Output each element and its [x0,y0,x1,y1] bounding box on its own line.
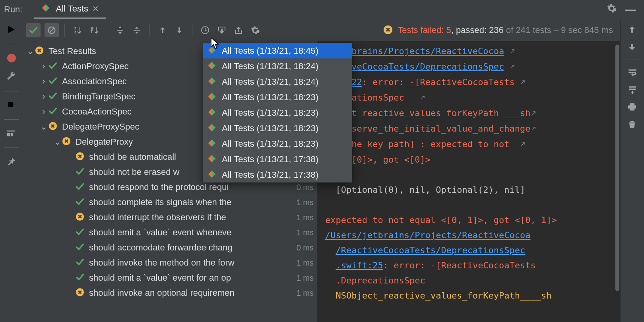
console-text: r_the_key_path] : expected to not [336,139,510,149]
pin-icon[interactable] [6,157,17,167]
tree-row[interactable]: should accomodate forwardee chang0 ms [23,240,317,255]
history-item[interactable]: All Tests (1/13/21, 18:23) [203,105,352,120]
tree-duration: 1 ms [297,213,317,222]
pass-icon [76,273,86,283]
tree-duration: 1 ms [297,274,317,283]
history-item[interactable]: All Tests (1/13/21, 18:23) [203,120,352,136]
status-suffix: of 241 tests – 9 sec 845 ms [504,25,613,35]
console-text: [Optional(0), nil, Optional(2), nil] [336,185,526,195]
tree-label: should invoke an optional requiremen [89,288,297,298]
next-fail-button[interactable] [172,23,186,37]
export-tests-button[interactable] [231,23,246,37]
tab-strip: Run: All Tests ✕ — [0,0,644,19]
scrollbar-thumb[interactable] [615,45,619,291]
run-config-icon [208,123,218,134]
status-pass-count: 236 [489,25,504,35]
history-item[interactable]: All Tests (1/13/21, 17:38) [203,151,352,167]
console-text: .DeprecationsSpec [336,275,425,285]
prev-fail-button[interactable] [155,23,170,37]
soft-wrap-icon[interactable] [627,67,638,78]
test-status: Tests failed: 5, passed: 236 of 241 test… [383,25,617,35]
history-item-label: All Tests (1/13/21, 18:23) [222,92,318,103]
chevron-icon: › [39,61,48,72]
collapse-all-button[interactable] [130,23,144,37]
tree-label: should emit a `value` event wheneve [89,227,297,238]
chevron-icon: › [39,107,48,117]
console-link[interactable]: /Users/jetbrains/Projects/ReactiveCocoa [325,230,531,240]
chevron-icon: ⌄ [52,137,62,147]
tab-all-tests[interactable]: All Tests ✕ [34,0,106,19]
history-item[interactable]: All Tests (1/13/21, 18:24) [203,74,352,89]
wrench-icon[interactable] [6,72,17,82]
console-link[interactable]: .swift:25 [336,260,383,270]
show-passed-toggle[interactable] [26,23,41,37]
test-settings-button[interactable] [248,23,262,37]
tab-title: All Tests [56,4,88,14]
console-link[interactable]: /ReactiveCocoaTests/DeprecationsSpec [336,245,526,255]
tree-label: should complete its signals when the [89,197,297,208]
nav-up-icon[interactable] [627,25,638,35]
right-gutter [620,19,644,322]
history-item-label: All Tests (1/13/21, 18:23) [222,123,318,134]
tree-duration: 0 ms [297,183,317,192]
pass-icon [48,107,59,117]
rerun-button[interactable] [6,25,17,35]
chevron-icon: ⌄ [39,122,48,132]
pass-icon [48,61,59,72]
history-button[interactable] [198,23,212,37]
history-item[interactable]: All Tests (1/13/21, 18:45) [203,43,352,58]
warn-icon [76,152,86,162]
sort-duration-button[interactable] [87,23,101,37]
pass-icon [76,197,86,208]
tree-duration: 0 ms [297,243,317,252]
layout-icon[interactable] [6,128,17,139]
history-item[interactable]: All Tests (1/13/21, 18:23) [203,136,352,151]
minimize-icon[interactable]: — [625,3,636,16]
status-failed-prefix: Tests failed: [398,25,446,35]
toggle-breakpoint-icon[interactable] [6,53,17,63]
run-config-icon [208,139,218,149]
clear-icon[interactable] [627,120,638,130]
print-icon[interactable] [627,102,638,113]
console-output[interactable]: s/jetbrains/Projects/ReactiveCocoa ctive… [317,41,620,322]
run-config-icon [208,108,218,118]
left-gutter [0,19,23,322]
console-text: _observe_the_initial_value_and_change [336,124,531,134]
tree-row[interactable]: should emit a `value` event for an op1 m… [23,270,317,285]
run-config-icon [208,154,218,165]
history-item-label: All Tests (1/13/21, 18:24) [222,77,318,87]
tree-duration: 1 ms [297,258,317,268]
warn-icon [76,212,86,223]
fail-icon [383,25,394,35]
pass-icon [48,91,59,102]
scroll-end-icon[interactable] [627,85,638,95]
chevron-icon: › [39,76,48,87]
console-text: expected to not equal <[0, 1]>, got <[0,… [325,215,557,225]
status-failed-count: 5 [446,25,451,35]
history-item[interactable]: All Tests (1/13/21, 18:23) [203,89,352,105]
import-tests-button[interactable] [215,23,229,37]
close-icon[interactable]: ✕ [92,4,99,14]
console-link[interactable]: ctiveCocoaTests/DeprecationsSpec [336,62,504,72]
history-item[interactable]: All Tests (1/13/21, 17:38) [203,167,352,182]
tree-row[interactable]: should invoke the method on the forw1 ms [23,255,317,270]
tree-row[interactable]: should emit a `value` event wheneve1 ms [23,225,317,240]
stop-button[interactable] [6,100,17,111]
show-ignored-toggle[interactable] [45,23,59,37]
settings-icon[interactable] [607,3,617,14]
warn-icon [48,122,59,132]
tree-label: should respond to the protocol requi [89,182,297,192]
sort-alpha-button[interactable] [70,23,85,37]
history-item-label: All Tests (1/13/21, 18:24) [222,61,318,72]
tree-row[interactable]: should interrupt the observers if the1 m… [23,210,317,225]
run-label: Run: [4,4,22,15]
history-item-label: All Tests (1/13/21, 18:23) [222,139,318,149]
status-pass-prefix: , passed: [451,25,489,35]
nav-down-icon[interactable] [627,42,638,52]
warn-icon [62,137,72,147]
expand-all-button[interactable] [113,23,127,37]
tree-row[interactable]: should complete its signals when the1 ms [23,195,317,210]
run-config-icon [208,46,218,56]
tree-row[interactable]: should invoke an optional requiremen1 ms [23,285,317,301]
history-item[interactable]: All Tests (1/13/21, 18:24) [203,58,352,74]
